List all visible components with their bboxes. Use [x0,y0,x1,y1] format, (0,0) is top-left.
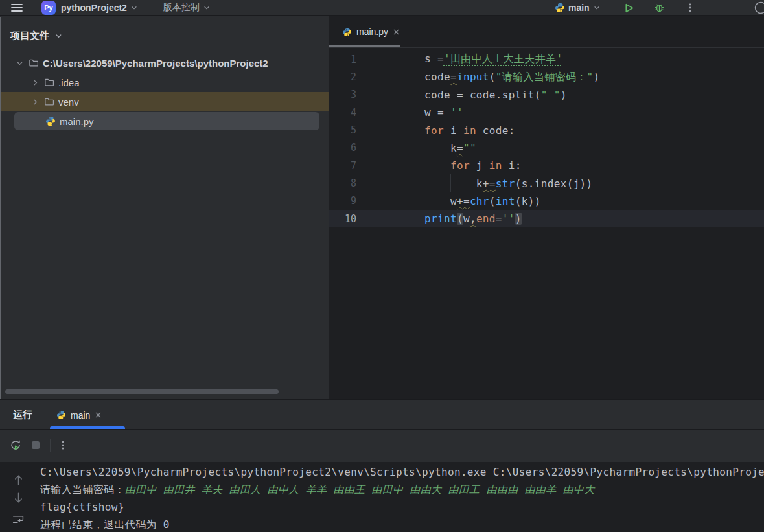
editor-tab-label: main.py [356,27,388,37]
profile-icon[interactable] [752,1,764,14]
code-area[interactable]: 1s ='田由中人工大王夫井羊'2code=input("请输入当铺密码：")3… [329,48,764,399]
code-line[interactable]: 2code=input("请输入当铺密码：") [329,68,764,86]
horizontal-scrollbar[interactable] [5,389,279,394]
line-number[interactable]: 3 [329,89,376,100]
project-name-menu[interactable]: pythonProject2 [61,0,138,16]
close-icon[interactable] [95,411,102,419]
toolbar-divider [50,439,51,452]
up-arrow-icon[interactable] [13,473,24,487]
vcs-label: 版本控制 [163,2,200,14]
gutter-separator [376,48,376,382]
code-text: code=input("请输入当铺密码：") [376,71,600,84]
chevron-down-icon [54,32,63,40]
stop-icon[interactable] [30,430,41,461]
close-icon[interactable] [393,29,400,36]
soft-wrap-icon[interactable] [12,514,25,525]
chevron-right-icon[interactable] [30,77,40,87]
chevron-right-icon[interactable] [30,97,40,107]
project-panel-header[interactable]: 项目文件 [0,16,329,47]
console-line: C:\Users\22059\PycharmProjects\pythonPro… [40,463,764,481]
code-line[interactable]: 7 for j in i: [329,157,764,174]
run-panel: 运行 main C:\Users\22059\PycharmProjects\p… [0,399,764,532]
tree-item-label: .idea [58,77,80,88]
python-file-icon [342,27,352,37]
line-number[interactable]: 1 [329,54,376,65]
console-line: flag{ctfshow} [40,498,764,516]
run-toolbar [0,430,764,461]
tree-item-c-users-22059-pycharmprojects-pythonproject2[interactable]: C:\Users\22059\PycharmProjects\pythonPro… [0,53,329,73]
project-panel-title: 项目文件 [10,30,49,42]
line-number[interactable]: 6 [329,142,376,154]
code-text: print(w,end='') [376,213,522,225]
code-text: w+=chr(int(k)) [376,195,541,207]
python-logo-icon [56,410,66,420]
hamburger-menu-icon[interactable] [10,3,23,12]
code-text: w = '' [376,106,463,119]
console-line: 进程已结束，退出代码为 0 [40,516,764,532]
project-tree: C:\Users\22059\PycharmProjects\pythonPro… [0,53,329,131]
vcs-menu[interactable]: 版本控制 [163,0,211,16]
code-line[interactable]: 4w = '' [329,104,764,121]
more-actions-icon[interactable] [58,430,67,461]
folder-icon [29,58,39,68]
tree-item-main-py[interactable]: main.py [0,111,329,131]
tree-item-label: venv [58,97,79,108]
active-tab-indicator [329,45,400,47]
line-number[interactable]: 9 [329,195,376,207]
active-tab-indicator [50,426,125,429]
project-badge[interactable]: Py [41,1,56,15]
editor-tab-main-py[interactable]: main.py [329,16,400,48]
line-number[interactable]: 2 [329,71,376,83]
indent-guide [450,174,451,192]
debug-button[interactable] [653,1,666,14]
tree-item-venv[interactable]: venv [0,92,329,111]
tree-item-idea[interactable]: .idea [0,73,329,92]
chevron-down-icon [593,4,601,12]
code-text: for i in code: [376,124,515,137]
run-tab-main[interactable]: main [50,400,125,430]
chevron-down-icon [203,4,211,12]
code-line[interactable]: 10print(w,end='') [329,210,764,227]
run-config-name: main [568,3,590,13]
code-text: for j in i: [376,159,522,172]
console-line: 请输入当铺密码：由田中 由田井 羊夫 由田人 由中人 羊羊 由由王 由田中 由由… [40,481,764,498]
line-number[interactable]: 8 [329,178,376,189]
code-line[interactable]: 3code = code.split(" ") [329,86,764,104]
line-number[interactable]: 10 [329,213,376,225]
run-panel-header: 运行 main [0,400,764,430]
code-text: s ='田由中人工大王夫井羊' [376,52,562,66]
more-actions-icon[interactable] [686,3,695,13]
code-line[interactable]: 5for i in code: [329,121,764,139]
code-text: code = code.split(" ") [376,89,567,101]
code-line[interactable]: 1s ='田由中人工大王夫井羊' [329,51,764,68]
code-text: k="" [376,142,476,154]
pycharm-window: Py pythonProject2 版本控制 main 项目文件 [0,0,764,532]
tree-item-label: C:\Users\22059\PycharmProjects\pythonPro… [43,58,268,69]
code-line[interactable]: 8 k+=str(s.index(j)) [329,174,764,192]
python-file-icon [45,116,56,126]
run-tab-label: main [71,410,90,421]
run-config-chooser[interactable]: main [555,0,601,16]
code-text: k+=str(s.index(j)) [376,178,593,190]
editor-tab-bar: main.py [329,16,764,48]
main-toolbar: Py pythonProject2 版本控制 main [0,0,764,16]
line-number[interactable]: 4 [329,107,376,119]
console-gutter [0,462,36,532]
editor-area: main.py 1s ='田由中人工大王夫井羊'2code=input("请输入… [329,16,764,399]
python-logo-icon [555,3,565,13]
code-line[interactable]: 9 w+=chr(int(k)) [329,192,764,210]
line-number[interactable]: 5 [329,124,376,136]
folder-icon [44,77,54,87]
folder-icon [44,97,54,107]
rerun-icon[interactable] [9,430,22,461]
tree-item-label: main.py [60,116,94,127]
run-button[interactable] [623,3,634,14]
chevron-down-icon[interactable] [14,58,25,68]
console-output[interactable]: C:\Users\22059\PycharmProjects\pythonPro… [0,462,764,532]
line-number[interactable]: 7 [329,160,376,172]
run-panel-title: 运行 [13,400,32,430]
project-panel: 项目文件 C:\Users\22059\PycharmProjects\pyth… [0,16,329,399]
project-name: pythonProject2 [61,3,127,13]
down-arrow-icon[interactable] [13,491,24,505]
code-line[interactable]: 6 k="" [329,139,764,157]
